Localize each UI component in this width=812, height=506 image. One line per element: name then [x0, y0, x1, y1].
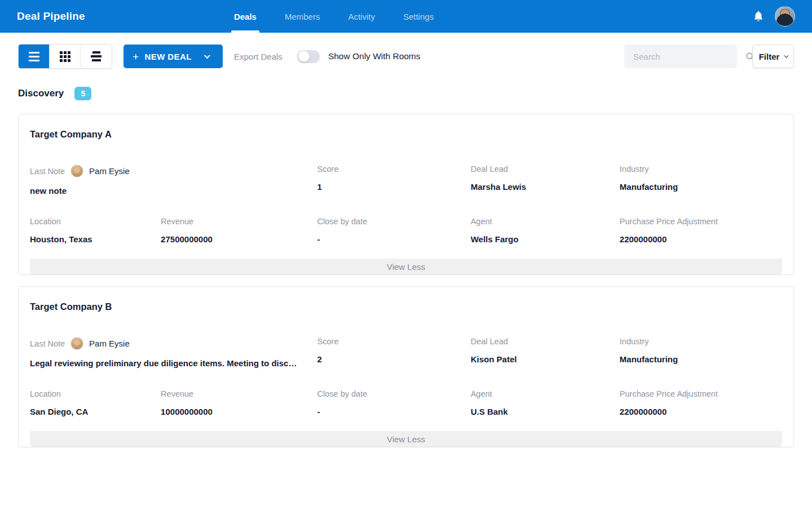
field-revenue: Revenue 27500000000	[161, 217, 317, 244]
field-location: Location Houston, Texas	[30, 217, 161, 244]
industry-value: Manufacturing	[620, 182, 782, 192]
close-by-date-value: -	[317, 407, 471, 416]
view-less-button[interactable]: View Less	[30, 431, 782, 447]
main-nav: Deals Members Activity Settings	[233, 0, 461, 33]
appbar-right	[752, 6, 795, 26]
compact-view-icon	[91, 51, 102, 61]
last-note-label: Last Note	[30, 339, 65, 348]
stage-header: Discovery 5	[0, 69, 812, 100]
export-deals-link[interactable]: Export Deals	[234, 52, 283, 61]
revenue-label: Revenue	[161, 389, 317, 398]
deal-title: Target Company A	[30, 129, 782, 140]
card-body: Target Company B Last Note Pam Eysie Leg…	[19, 287, 793, 447]
score-value: 2	[317, 354, 471, 364]
location-label: Location	[30, 217, 161, 226]
author-avatar	[70, 337, 83, 350]
filter-button[interactable]: Filter	[752, 45, 794, 68]
deal-title: Target Company B	[30, 301, 782, 312]
app-bar: Deal Pipeline Deals Members Activity Set…	[0, 0, 812, 33]
tab-members[interactable]: Members	[284, 0, 321, 33]
deal-card[interactable]: Target Company B Last Note Pam Eysie Leg…	[18, 286, 794, 447]
ppa-value: 2200000000	[620, 234, 782, 244]
revenue-value: 27500000000	[161, 234, 317, 244]
location-value: Houston, Texas	[30, 234, 161, 244]
field-deal-lead: Deal Lead Marsha Lewis	[471, 165, 620, 196]
field-score: Score 1	[317, 165, 471, 196]
tab-activity-label: Activity	[348, 12, 375, 21]
fields-grid: Last Note Pam Eysie Legal reviewing prel…	[30, 337, 782, 416]
notification-bell-icon[interactable]	[752, 10, 765, 23]
author-name: Pam Eysie	[89, 339, 130, 348]
field-location: Location San Diego, CA	[30, 389, 161, 416]
filter-label: Filter	[759, 52, 780, 61]
active-tab-underline	[231, 30, 259, 33]
last-note-value: new note	[30, 186, 307, 196]
last-note-label: Last Note	[30, 167, 65, 176]
deal-lead-label: Deal Lead	[471, 165, 620, 174]
view-mode-switcher	[18, 44, 112, 69]
view-less-button[interactable]: View Less	[30, 259, 782, 274]
field-industry: Industry Manufacturing	[620, 337, 782, 368]
toggle-knob	[298, 51, 310, 62]
industry-label: Industry	[620, 337, 782, 346]
industry-label: Industry	[620, 165, 782, 174]
field-agent: Agent U.S Bank	[471, 389, 620, 416]
field-industry: Industry Manufacturing	[620, 165, 782, 196]
show-only-with-rooms-toggle[interactable]: Show Only With Rooms	[297, 50, 421, 63]
location-label: Location	[30, 389, 161, 398]
agent-label: Agent	[471, 217, 620, 226]
app-title: Deal Pipeline	[17, 10, 85, 23]
ppa-value: 2200000000	[620, 407, 782, 416]
close-by-date-value: -	[317, 234, 471, 244]
new-deal-button[interactable]: + NEW DEAL	[123, 45, 223, 68]
chevron-down-icon[interactable]	[204, 52, 210, 59]
compact-view-button[interactable]	[81, 45, 112, 68]
revenue-label: Revenue	[161, 217, 317, 226]
deal-card[interactable]: Target Company A Last Note Pam Eysie new…	[18, 114, 794, 275]
tab-members-label: Members	[285, 12, 320, 21]
tab-deals-label: Deals	[234, 12, 257, 21]
user-avatar[interactable]	[775, 6, 795, 26]
industry-value: Manufacturing	[620, 354, 782, 364]
author-avatar	[70, 165, 83, 177]
toolbar: + NEW DEAL Export Deals Show Only With R…	[0, 33, 812, 69]
author-name: Pam Eysie	[89, 166, 130, 176]
agent-value: Wells Fargo	[471, 234, 620, 244]
list-view-icon	[29, 52, 39, 61]
tab-deals[interactable]: Deals	[233, 0, 258, 33]
deal-lead-value: Kison Patel	[471, 354, 620, 364]
field-purchase-price-adjustment: Purchase Price Adjustment 2200000000	[620, 217, 782, 244]
deal-lead-value: Marsha Lewis	[471, 182, 620, 192]
search-box	[624, 45, 737, 68]
close-by-date-label: Close by date	[317, 389, 471, 398]
field-revenue: Revenue 10000000000	[161, 389, 317, 416]
score-label: Score	[317, 165, 471, 174]
agent-label: Agent	[471, 389, 620, 398]
list-view-button[interactable]	[19, 45, 50, 68]
tab-settings-label: Settings	[403, 12, 434, 21]
grid-view-button[interactable]	[50, 45, 81, 68]
tab-activity[interactable]: Activity	[347, 0, 376, 33]
card-body: Target Company A Last Note Pam Eysie new…	[19, 114, 793, 274]
new-deal-label: NEW DEAL	[145, 52, 192, 61]
field-last-note: Last Note Pam Eysie new note	[30, 165, 317, 196]
agent-value: U.S Bank	[471, 407, 620, 416]
rooms-toggle-label: Show Only With Rooms	[328, 51, 421, 61]
location-value: San Diego, CA	[30, 407, 161, 416]
score-label: Score	[317, 337, 471, 346]
field-last-note: Last Note Pam Eysie Legal reviewing prel…	[30, 337, 317, 368]
search-input[interactable]	[633, 52, 745, 61]
field-purchase-price-adjustment: Purchase Price Adjustment 2200000000	[620, 389, 782, 416]
last-note-value: Legal reviewing preliminary due diligenc…	[30, 358, 307, 368]
field-score: Score 2	[317, 337, 471, 368]
revenue-value: 10000000000	[161, 407, 317, 416]
field-agent: Agent Wells Fargo	[471, 217, 620, 244]
field-deal-lead: Deal Lead Kison Patel	[471, 337, 620, 368]
field-close-by-date: Close by date -	[317, 389, 471, 416]
grid-view-icon	[60, 51, 70, 62]
ppa-label: Purchase Price Adjustment	[620, 217, 782, 226]
deal-lead-label: Deal Lead	[471, 337, 620, 346]
tab-settings[interactable]: Settings	[402, 0, 435, 33]
ppa-label: Purchase Price Adjustment	[620, 389, 782, 398]
toggle-track[interactable]	[297, 50, 320, 63]
